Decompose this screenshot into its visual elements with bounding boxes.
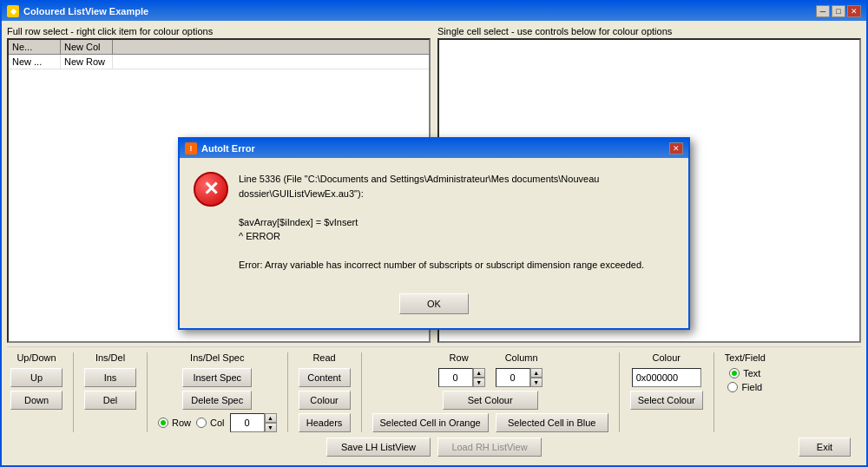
error-text: Line 5336 (File "C:\Documents and Settin… <box>239 172 674 273</box>
error-line2: dossier\GUIListViewEx.au3"): <box>239 187 674 201</box>
dialog-title-bar: ! AutoIt Error ✕ <box>180 139 688 158</box>
error-line5: Error: Array variable has incorrect numb… <box>239 258 674 273</box>
dialog-title: AutoIt Error <box>201 143 255 154</box>
dialog-title-buttons: ✕ <box>669 142 683 155</box>
error-line3: $avArray[$iIndex] = $vInsert <box>239 215 674 230</box>
dialog-title-left: ! AutoIt Error <box>185 142 255 155</box>
ok-button[interactable]: OK <box>399 293 469 314</box>
error-line1: Line 5336 (File "C:\Documents and Settin… <box>239 172 674 187</box>
modal-overlay: ! AutoIt Error ✕ ✕ Line 5336 (File "C:\D… <box>0 0 868 467</box>
dialog-title-icon: ! <box>185 142 197 155</box>
error-icon: ✕ <box>194 172 228 207</box>
error-line4: ^ ERROR <box>239 229 674 244</box>
dialog-footer: OK <box>180 286 688 328</box>
error-dialog: ! AutoIt Error ✕ ✕ Line 5336 (File "C:\D… <box>178 137 690 330</box>
dialog-content: ✕ Line 5336 (File "C:\Documents and Sett… <box>180 158 688 286</box>
dialog-close-button[interactable]: ✕ <box>669 142 683 155</box>
